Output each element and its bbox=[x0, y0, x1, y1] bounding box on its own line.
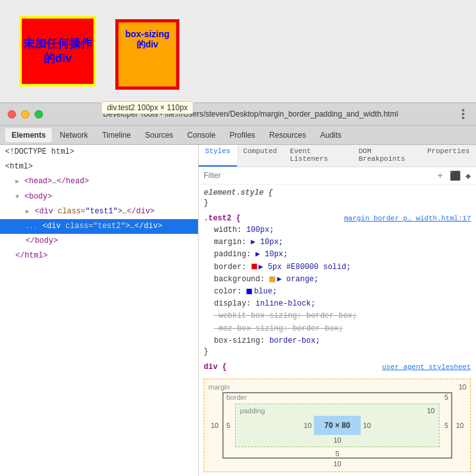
nav-tabs: ElementsNetworkTimelineSourcesConsolePro… bbox=[0, 125, 476, 144]
css-selector-element-style: element.style { bbox=[204, 188, 273, 197]
content-box: 70 × 80 bbox=[314, 416, 360, 435]
styles-panel: StylesComputedEvent ListenersDOM Breakpo… bbox=[199, 145, 476, 476]
styles-tabs: StylesComputedEvent ListenersDOM Breakpo… bbox=[199, 145, 476, 167]
css-source-test2-rule[interactable]: margin border p… width.html:17 bbox=[344, 215, 471, 222]
color-swatch[interactable] bbox=[269, 276, 275, 283]
css-prop-line: box-sizing: border-box; bbox=[204, 335, 471, 347]
cursor-icon[interactable]: ◆ bbox=[466, 170, 471, 181]
margin-label: margin bbox=[208, 383, 230, 391]
dom-line-4: ▶ <div class="test1">…</div> bbox=[0, 204, 198, 219]
styles-tab-computed[interactable]: Computed bbox=[237, 145, 284, 167]
css-prop-line: -moz-box-sizing: border-box; bbox=[204, 323, 471, 335]
padding-top-value: 10 bbox=[427, 407, 434, 414]
padding-right: 10 bbox=[362, 422, 372, 429]
css-prop-line: color: blue; bbox=[204, 286, 471, 298]
box-model-diagram: margin 10 10 border 5 5 padding bbox=[204, 379, 471, 472]
dom-line-2: ▶ <head>…</head> bbox=[0, 174, 198, 189]
styles-tab-dom-breakpoints[interactable]: DOM Breakpoints bbox=[352, 145, 421, 167]
devtools-menu-button[interactable] bbox=[458, 109, 468, 119]
margin-top-value: 10 bbox=[459, 383, 466, 391]
color-swatch[interactable] bbox=[251, 263, 258, 270]
add-style-icon[interactable]: ＋ bbox=[436, 170, 445, 181]
css-close-brace: } bbox=[204, 199, 471, 208]
css-selector-div-rule: div { bbox=[204, 363, 227, 372]
margin-bottom: 10 bbox=[333, 460, 341, 468]
nav-tab-timeline[interactable]: Timeline bbox=[95, 128, 137, 142]
test2-wrapper: box-sizing的div div.test2 100px × 110px bbox=[109, 13, 186, 96]
close-button[interactable] bbox=[8, 110, 16, 119]
padding-bottom: 10 bbox=[333, 436, 341, 444]
filter-input[interactable] bbox=[204, 171, 431, 180]
padding-left: 10 bbox=[302, 422, 313, 429]
browser-chrome: Developer Tools - file:///Users/steven/D… bbox=[0, 103, 476, 145]
nav-tab-audits[interactable]: Audits bbox=[314, 128, 348, 142]
tooltip-label: div.test2 100px × 110px bbox=[101, 101, 193, 114]
border-label: border bbox=[226, 393, 247, 401]
dom-line-1: <html> bbox=[0, 160, 198, 174]
css-prop-line: width: 100px; bbox=[204, 224, 471, 236]
css-prop-line: background: ▶ orange; bbox=[204, 274, 471, 286]
css-rule-element-style: element.style {} bbox=[204, 188, 471, 208]
css-rule-test2-rule: .test2 {margin border p… width.html:17wi… bbox=[204, 214, 471, 356]
css-prop-line: border: ▶ 5px #E80000 solid; bbox=[204, 261, 471, 274]
nav-tab-network[interactable]: Network bbox=[53, 128, 94, 142]
padding-box: padding 10 10 70 × 80 10 bbox=[235, 404, 439, 447]
dom-line-7: </html> bbox=[0, 249, 198, 263]
nav-tab-profiles[interactable]: Profiles bbox=[223, 128, 261, 142]
css-prop-line: display: inline-block; bbox=[204, 298, 471, 310]
css-source-div-rule[interactable]: user agent stylesheet bbox=[382, 363, 471, 371]
title-bar: Developer Tools - file:///Users/steven/D… bbox=[0, 103, 476, 125]
dom-panel[interactable]: <!DOCTYPE html><html>▶ <head>…</head>▼ <… bbox=[0, 145, 199, 476]
border-right: 5 bbox=[442, 422, 451, 429]
css-prop-line: padding: ▶ 10px; bbox=[204, 249, 471, 261]
nav-tab-elements[interactable]: Elements bbox=[5, 128, 52, 142]
styles-tab-properties[interactable]: Properties bbox=[421, 145, 476, 167]
styles-content: element.style {}.test2 {margin border p…… bbox=[199, 185, 476, 373]
div-test1-preview: 未加任何操作的div bbox=[19, 16, 96, 86]
color-swatch[interactable] bbox=[246, 288, 252, 295]
nav-tab-console[interactable]: Console bbox=[181, 128, 222, 142]
css-prop-line: margin: ▶ 10px; bbox=[204, 236, 471, 249]
css-selector-test2-rule: .test2 { bbox=[204, 214, 241, 223]
nav-tab-sources[interactable]: Sources bbox=[138, 128, 179, 142]
styles-tab-event-listeners[interactable]: Event Listeners bbox=[283, 145, 352, 167]
div-test2-preview: box-sizing的div bbox=[115, 19, 179, 90]
border-bottom: 5 bbox=[335, 450, 339, 457]
div-test2-text: box-sizing的div bbox=[125, 29, 170, 51]
dom-line-5[interactable]: ... <div class="test2">…</div> bbox=[0, 219, 198, 234]
preview-area: 未加任何操作的div box-sizing的div div.test2 100p… bbox=[0, 0, 476, 103]
dom-line-0: <!DOCTYPE html> bbox=[0, 145, 198, 160]
border-value: 5 bbox=[445, 393, 448, 401]
minimize-button[interactable] bbox=[21, 110, 29, 119]
margin-right: 10 bbox=[454, 422, 466, 429]
margin-left: 10 bbox=[208, 422, 221, 429]
styles-toolbar: ＋ ⬛ ◆ bbox=[199, 167, 476, 185]
css-prop-line: display: block; bbox=[204, 373, 471, 373]
nav-tab-resources[interactable]: Resources bbox=[263, 128, 312, 142]
devtools-body: <!DOCTYPE html><html>▶ <head>…</head>▼ <… bbox=[0, 145, 476, 476]
dom-line-3: ▼ <body> bbox=[0, 190, 198, 204]
border-left: 5 bbox=[224, 422, 233, 429]
css-close-brace: } bbox=[204, 347, 471, 356]
maximize-button[interactable] bbox=[35, 110, 43, 119]
css-rule-div-rule: div {user agent stylesheetdisplay: block… bbox=[204, 363, 471, 373]
css-prop-line: -webkit-box-sizing: border-box; bbox=[204, 310, 471, 322]
styles-tab-styles[interactable]: Styles bbox=[199, 145, 237, 167]
pin-icon[interactable]: ⬛ bbox=[450, 170, 461, 181]
dom-line-6: </body> bbox=[0, 234, 198, 249]
padding-label: padding bbox=[240, 407, 265, 414]
border-box: border 5 5 padding 10 10 bbox=[222, 392, 452, 459]
